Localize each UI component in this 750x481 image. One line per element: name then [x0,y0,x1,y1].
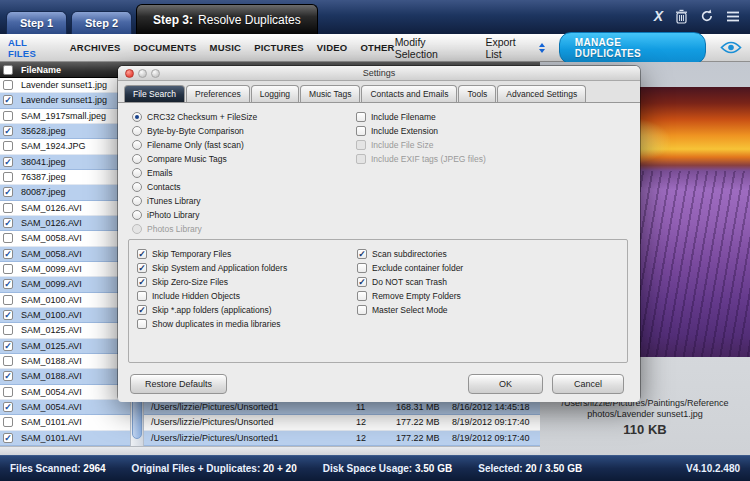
filter-tab-documents[interactable]: DOCUMENTS [134,42,197,53]
check-option-scan-subdirectories[interactable]: ✓Scan subdirectories [357,247,463,261]
row-checkbox[interactable]: ✓ [3,95,13,105]
minimize-window-icon[interactable] [138,69,147,78]
row-checkbox[interactable] [3,387,13,397]
checkbox[interactable]: ✓ [137,277,147,287]
filter-tab-archives[interactable]: ARCHIVES [70,42,121,53]
check-option-include-hidden-objects[interactable]: Include Hidden Objects [137,289,287,303]
row-checkbox[interactable]: ✓ [3,433,13,443]
row-checkbox[interactable]: ✓ [3,402,13,412]
check-option-include-extension[interactable]: Include Extension [356,124,486,138]
radio-option-compare-music-tags[interactable]: Compare Music Tags [132,152,257,166]
tab-step3-resolve-duplicates[interactable]: Step 3: Resolve Duplicates [136,4,318,34]
table-row[interactable]: SAM_0101.AVI/Users/lizzie/Pictures/Unsor… [0,415,540,430]
check-option-do-not-scan-trash[interactable]: ✓Do NOT scan Trash [357,275,463,289]
menu-icon[interactable] [726,11,740,22]
manage-duplicates-button[interactable]: MANAGE DUPLICATES [559,32,706,64]
restore-defaults-button[interactable]: Restore Defaults [130,374,227,394]
row-checkbox[interactable] [3,80,13,90]
settings-tab-logging[interactable]: Logging [251,85,299,102]
filter-tab-pictures[interactable]: PICTURES [254,42,304,53]
radio-button[interactable] [132,154,142,164]
row-checkbox[interactable]: ✓ [3,249,13,259]
row-checkbox[interactable]: ✓ [3,126,13,136]
filter-tab-other[interactable]: OTHER [360,42,394,53]
trash-icon[interactable] [675,9,688,24]
row-checkbox[interactable]: ✓ [3,218,13,228]
checkbox[interactable] [356,112,366,122]
radio-option-itunes-library[interactable]: iTunes Library [132,194,257,208]
check-option-show-duplicates-in-media-libraries[interactable]: Show duplicates in media libraries [137,317,287,331]
radio-option-emails[interactable]: Emails [132,166,257,180]
checkbox[interactable] [356,126,366,136]
check-option-remove-empty-folders[interactable]: Remove Empty Folders [357,289,463,303]
check-option-include-filename[interactable]: Include Filename [356,110,486,124]
row-checkbox[interactable]: ✓ [3,187,13,197]
checkbox[interactable]: ✓ [357,277,367,287]
filter-tab-video[interactable]: VIDEO [317,42,348,53]
radio-option-filename-only-fast-scan[interactable]: Filename Only (fast scan) [132,138,257,152]
checkbox[interactable]: ✓ [137,249,147,259]
row-checkbox[interactable] [3,264,13,274]
undo-icon[interactable] [700,9,714,23]
cancel-button[interactable]: Cancel [552,374,624,394]
header-checkbox[interactable] [3,65,13,75]
row-checkbox[interactable]: ✓ [3,371,13,381]
table-row[interactable]: ✓SAM_0101.AVI/Users/lizzie/Pictures/Unso… [0,431,540,446]
row-checkbox[interactable] [3,141,13,151]
row-checkbox[interactable] [3,203,13,213]
filter-tab-all-files[interactable]: ALL FILES [8,37,57,59]
zoom-window-icon[interactable] [151,69,160,78]
close-window-icon[interactable] [125,69,134,78]
radio-button[interactable] [132,140,142,150]
radio-button[interactable] [132,168,142,178]
checkbox[interactable] [357,291,367,301]
eye-icon[interactable] [720,41,742,54]
row-checkbox[interactable] [3,172,13,182]
dialog-title-bar[interactable]: Settings [118,66,640,81]
radio-option-crc32-checksum-filesize[interactable]: CRC32 Checksum + FileSize [132,110,257,124]
tab-step2[interactable]: Step 2 [71,11,132,34]
radio-button[interactable] [132,112,142,122]
settings-tab-preferences[interactable]: Preferences [186,85,250,102]
row-checkbox[interactable]: ✓ [3,310,13,320]
row-checkbox[interactable]: ✓ [3,341,13,351]
settings-tab-file-search[interactable]: File Search [124,85,185,102]
ok-button[interactable]: OK [468,374,543,394]
export-list-button[interactable]: Export List [485,36,544,60]
checkbox[interactable] [137,319,147,329]
checkbox[interactable] [137,291,147,301]
check-option-skip-zero-size-files[interactable]: ✓Skip Zero-Size Files [137,275,287,289]
radio-button[interactable] [132,196,142,206]
checkbox[interactable] [357,305,367,315]
row-checkbox[interactable]: ✓ [3,157,13,167]
modify-selection-button[interactable]: Modify Selection [395,36,472,60]
table-row[interactable]: ✓SAM_0054.AVI/Users/lizzie/Pictures/Unso… [0,400,540,415]
settings-tab-tools[interactable]: Tools [458,85,496,102]
checkbox[interactable] [357,263,367,273]
row-checkbox[interactable] [3,111,13,121]
check-option-exclude-container-folder[interactable]: Exclude container folder [357,261,463,275]
check-option-skip-system-and-application-folders[interactable]: ✓Skip System and Application folders [137,261,287,275]
row-checkbox[interactable] [3,295,13,305]
filter-tab-music[interactable]: MUSIC [210,42,242,53]
radio-button[interactable] [132,210,142,220]
close-x-icon[interactable]: X [654,8,663,24]
row-checkbox[interactable] [3,356,13,366]
radio-option-contacts[interactable]: Contacts [132,180,257,194]
radio-button[interactable] [132,182,142,192]
radio-button[interactable] [132,126,142,136]
row-checkbox[interactable] [3,233,13,243]
row-checkbox[interactable] [3,325,13,335]
checkbox[interactable]: ✓ [357,249,367,259]
row-checkbox[interactable]: ✓ [3,279,13,289]
settings-tab-music-tags[interactable]: Music Tags [300,85,360,102]
check-option-skip-app-folders-applications[interactable]: ✓Skip *.app folders (applications) [137,303,287,317]
check-option-skip-temporary-files[interactable]: ✓Skip Temporary Files [137,247,287,261]
horizontal-scrollbar[interactable] [0,446,540,455]
check-option-master-select-mode[interactable]: Master Select Mode [357,303,463,317]
checkbox[interactable]: ✓ [137,263,147,273]
row-checkbox[interactable] [3,417,13,427]
checkbox[interactable]: ✓ [137,305,147,315]
radio-option-iphoto-library[interactable]: iPhoto Library [132,208,257,222]
settings-tab-contacts-and-emails[interactable]: Contacts and Emails [361,85,457,102]
